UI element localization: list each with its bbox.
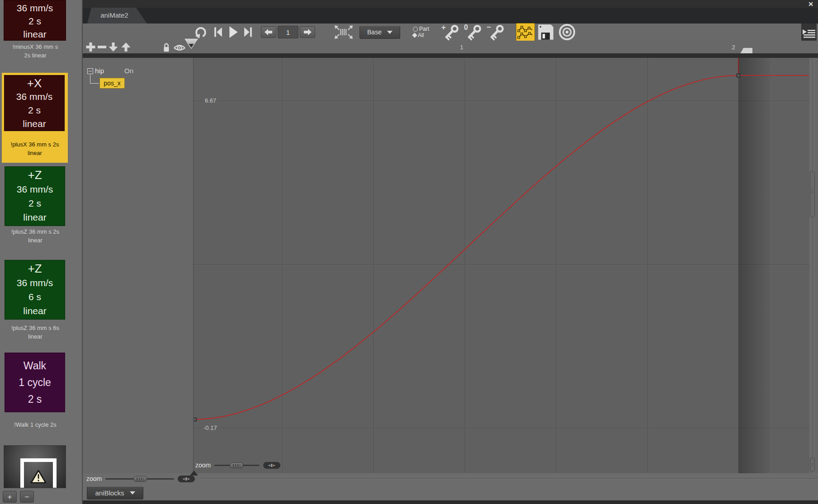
- key-minus-icon: −: [486, 24, 506, 41]
- aniblock-caption: !Walk 1 cycle 2s: [0, 420, 71, 429]
- zero-key-button[interactable]: 0: [463, 24, 483, 41]
- aniblock-title-line: 36 mm/s: [5, 276, 65, 290]
- minus-icon: [97, 42, 107, 52]
- keyframe-start[interactable]: [194, 418, 196, 421]
- tree-node-hip[interactable]: hip: [95, 67, 104, 75]
- bottom-bar: zoom ◂▮▸ aniBlocks: [83, 473, 818, 504]
- aniblock-caption: !plusZ 36 mm s 6slinear: [0, 324, 71, 341]
- frame-back-button[interactable]: [261, 26, 276, 38]
- radio-selected-icon[interactable]: [412, 33, 417, 38]
- add-track-button[interactable]: [85, 42, 96, 52]
- curve-canvas: [194, 58, 809, 473]
- curve-graph[interactable]: 6.67 -0.17 zoom ◂▮▸: [193, 58, 809, 473]
- aniblocks-dropdown-label: aniBlocks: [95, 489, 124, 497]
- aniblock-title-line: 2 s: [5, 196, 65, 210]
- close-button[interactable]: ✕: [805, 0, 816, 8]
- play-button[interactable]: [228, 25, 239, 39]
- aniblock-item[interactable]: +Z36 mm/s2 slinear: [5, 166, 65, 226]
- loop-button[interactable]: [194, 25, 208, 39]
- panel-menu-icon[interactable]: [802, 28, 816, 42]
- add-key-button[interactable]: +: [441, 24, 461, 41]
- ruler-separator: [83, 53, 818, 58]
- picture-frame-icon: [20, 458, 57, 488]
- fit-timeline-button[interactable]: [333, 24, 354, 40]
- go-to-end-button[interactable]: [243, 26, 253, 38]
- layer-dropdown[interactable]: Base: [359, 26, 400, 39]
- aniblock-title-line: 2 s: [4, 14, 66, 28]
- arrow-down-icon: [108, 42, 118, 52]
- ruler-tick-1: 1: [457, 44, 467, 51]
- save-button[interactable]: [537, 24, 554, 41]
- frame-forward-button[interactable]: [300, 26, 315, 38]
- delete-key-button[interactable]: −: [486, 24, 506, 41]
- go-to-start-button[interactable]: [213, 26, 223, 38]
- vertical-scrollbar[interactable]: [809, 58, 815, 473]
- track-tree-panel: hip On pos_x: [83, 58, 193, 473]
- move-up-button[interactable]: [121, 42, 131, 52]
- aniblock-title-line: +X: [5, 76, 64, 90]
- loop-icon: [194, 25, 208, 39]
- remove-aniblock-button[interactable]: −: [20, 491, 34, 503]
- tab-animate2[interactable]: aniMate2: [87, 8, 147, 24]
- aniblock-caption: !minusX 36 mm s2s linear: [0, 42, 71, 60]
- layer-dropdown-label: Base: [367, 28, 382, 36]
- bottom-separator: [201, 478, 818, 479]
- bottom-dark-strip: [83, 500, 818, 504]
- timeline-zoom-handle[interactable]: [133, 476, 147, 482]
- aniblock-item-selected[interactable]: +X36 mm/s2 slinear!plusX 36 mm s 2slinea…: [2, 73, 68, 163]
- aniblock-title-line: 1 cycle: [5, 374, 65, 391]
- main-panel: ✕ aniMate2: [83, 0, 818, 504]
- skip-end-icon: [243, 26, 253, 38]
- aniblock-tile: +X36 mm/s2 slinear: [4, 75, 65, 131]
- move-down-button[interactable]: [108, 42, 118, 52]
- graph-pan-control[interactable]: ◂▮▸: [263, 462, 280, 469]
- ruler-tick-2: 2: [728, 44, 738, 51]
- part-all-toggle[interactable]: Part All: [413, 26, 429, 38]
- graph-zoom-handle[interactable]: [230, 462, 243, 468]
- timeline-zoom-label: zoom: [86, 475, 102, 482]
- svg-text:0: 0: [464, 24, 468, 31]
- aniblock-title-line: +Z: [5, 262, 65, 276]
- timeline-zoom-track[interactable]: [105, 478, 174, 480]
- aniblock-title-line: 2 s: [5, 391, 65, 408]
- aniblock-title-line: 2 s: [5, 104, 64, 117]
- expand-arrows-icon: [333, 24, 354, 40]
- radio-unselected-icon[interactable]: [413, 27, 418, 32]
- aniblock-item[interactable]: Walk1 cycle2 s: [5, 353, 65, 412]
- scroll-up-button[interactable]: [190, 471, 198, 476]
- aniblock-item[interactable]: 36 mm/s2 slinear: [4, 0, 66, 41]
- graph-zoom-control: zoom ◂▮▸: [195, 461, 280, 469]
- curve-editor-toggle-active[interactable]: [516, 23, 535, 41]
- graph-zoom-track[interactable]: [214, 465, 260, 466]
- arrow-left-icon: [264, 28, 273, 36]
- keyframe-end[interactable]: [737, 74, 740, 77]
- tab-bar: aniMate2: [83, 8, 818, 24]
- aniblock-item[interactable]: +Z36 mm/s6 slinear: [5, 260, 65, 320]
- frame-number-input[interactable]: [278, 26, 298, 38]
- scrollbar-thumb[interactable]: [810, 171, 815, 217]
- tree-node-state[interactable]: On: [124, 67, 133, 75]
- record-button[interactable]: [558, 23, 576, 41]
- arrow-up-icon: [121, 42, 131, 52]
- aniblock-caption: !plusZ 36 mm s 2slinear: [0, 227, 71, 245]
- playhead-marker[interactable]: [183, 38, 199, 51]
- aniblock-title-line: 36 mm/s: [5, 90, 64, 104]
- remove-track-button[interactable]: [97, 42, 107, 52]
- svg-text:+: +: [441, 24, 446, 32]
- target-icon: [558, 23, 576, 41]
- animate2-panel: 36 mm/s2 slinear!minusX 36 mm s2s linear…: [0, 0, 818, 504]
- tree-collapse-toggle[interactable]: [87, 68, 93, 74]
- keyframe-curves-icon: [517, 24, 534, 40]
- aniblock-missing-thumbnail[interactable]: [4, 445, 66, 488]
- lock-button[interactable]: [162, 42, 170, 52]
- pos-x-curve[interactable]: [194, 75, 738, 419]
- aniblock-title-line: linear: [5, 210, 65, 224]
- lock-icon: [162, 42, 170, 52]
- aniblocks-dropdown[interactable]: aniBlocks: [87, 486, 143, 499]
- add-aniblock-button[interactable]: +: [3, 491, 17, 503]
- part-label: Part: [419, 26, 429, 32]
- scrollbar-thumb-bottom[interactable]: [810, 457, 815, 472]
- aniblock-title-line: Walk: [5, 358, 65, 374]
- channel-pos-x-selected[interactable]: pos_x: [99, 78, 125, 89]
- timeline-pan-control[interactable]: ◂▮▸: [178, 476, 195, 482]
